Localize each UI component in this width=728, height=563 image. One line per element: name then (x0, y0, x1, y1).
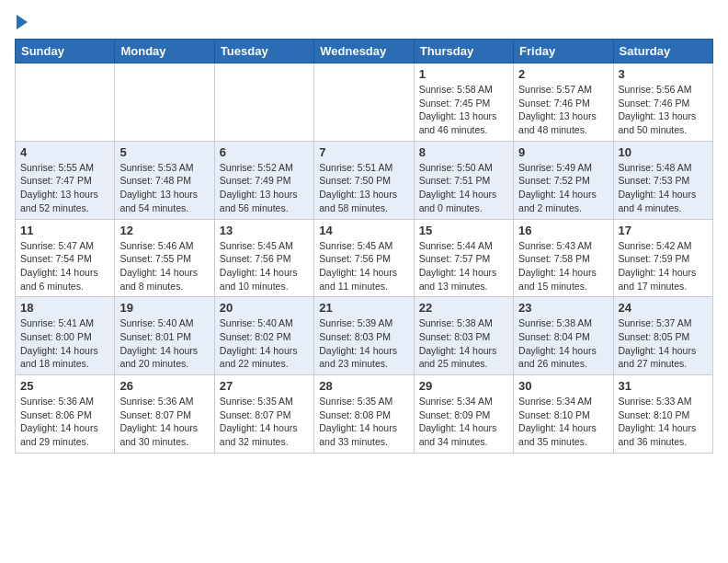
calendar-cell: 13Sunrise: 5:45 AM Sunset: 7:56 PM Dayli… (214, 219, 313, 297)
calendar-cell: 21Sunrise: 5:39 AM Sunset: 8:03 PM Dayli… (314, 297, 414, 375)
day-number: 13 (220, 224, 309, 237)
calendar-cell: 9Sunrise: 5:49 AM Sunset: 7:52 PM Daylig… (514, 141, 613, 219)
day-number: 31 (619, 379, 708, 393)
cell-content: Sunrise: 5:36 AM Sunset: 8:07 PM Dayligh… (119, 395, 209, 449)
calendar-cell: 23Sunrise: 5:38 AM Sunset: 8:04 PM Dayli… (514, 297, 613, 375)
calendar-week-row: 11Sunrise: 5:47 AM Sunset: 7:54 PM Dayli… (16, 219, 713, 297)
cell-content: Sunrise: 5:38 AM Sunset: 8:04 PM Dayligh… (518, 316, 608, 371)
cell-content: Sunrise: 5:34 AM Sunset: 8:09 PM Dayligh… (419, 395, 508, 449)
calendar-header-row: SundayMondayTuesdayWednesdayThursdayFrid… (16, 40, 713, 63)
cell-content: Sunrise: 5:55 AM Sunset: 7:47 PM Dayligh… (20, 161, 109, 215)
day-number: 1 (419, 67, 508, 81)
calendar-week-row: 4Sunrise: 5:55 AM Sunset: 7:47 PM Daylig… (16, 141, 713, 219)
day-number: 2 (518, 67, 608, 81)
cell-content: Sunrise: 5:48 AM Sunset: 7:53 PM Dayligh… (619, 161, 708, 215)
day-number: 20 (220, 301, 309, 315)
day-number: 18 (20, 301, 109, 315)
day-number: 14 (319, 224, 408, 237)
cell-content: Sunrise: 5:33 AM Sunset: 8:10 PM Dayligh… (619, 395, 708, 449)
day-number: 21 (319, 301, 408, 315)
calendar-cell (214, 63, 313, 142)
day-number: 8 (419, 145, 508, 159)
calendar-cell: 12Sunrise: 5:46 AM Sunset: 7:55 PM Dayli… (115, 219, 214, 297)
day-number: 24 (619, 301, 708, 315)
calendar-week-row: 18Sunrise: 5:41 AM Sunset: 8:00 PM Dayli… (16, 297, 713, 375)
page-header (15, 15, 713, 29)
day-number: 27 (220, 379, 309, 393)
cell-content: Sunrise: 5:51 AM Sunset: 7:50 PM Dayligh… (319, 161, 408, 215)
calendar-cell (314, 63, 414, 142)
day-number: 10 (619, 145, 708, 159)
day-number: 15 (419, 224, 508, 237)
logo (15, 15, 28, 29)
cell-content: Sunrise: 5:42 AM Sunset: 7:59 PM Dayligh… (619, 239, 708, 293)
calendar-cell: 11Sunrise: 5:47 AM Sunset: 7:54 PM Dayli… (16, 219, 115, 297)
cell-content: Sunrise: 5:35 AM Sunset: 8:07 PM Dayligh… (220, 395, 309, 449)
calendar-cell: 6Sunrise: 5:52 AM Sunset: 7:49 PM Daylig… (214, 141, 313, 219)
calendar-cell: 2Sunrise: 5:57 AM Sunset: 7:46 PM Daylig… (514, 63, 613, 142)
calendar-week-row: 25Sunrise: 5:36 AM Sunset: 8:06 PM Dayli… (16, 375, 713, 454)
cell-content: Sunrise: 5:45 AM Sunset: 7:56 PM Dayligh… (319, 239, 408, 293)
calendar-cell: 15Sunrise: 5:44 AM Sunset: 7:57 PM Dayli… (414, 219, 513, 297)
calendar-cell: 31Sunrise: 5:33 AM Sunset: 8:10 PM Dayli… (613, 375, 712, 454)
calendar-cell: 4Sunrise: 5:55 AM Sunset: 7:47 PM Daylig… (16, 141, 115, 219)
day-number: 7 (319, 145, 408, 159)
cell-content: Sunrise: 5:40 AM Sunset: 8:02 PM Dayligh… (220, 316, 309, 371)
calendar-cell: 5Sunrise: 5:53 AM Sunset: 7:48 PM Daylig… (115, 141, 214, 219)
cell-content: Sunrise: 5:52 AM Sunset: 7:49 PM Dayligh… (220, 161, 309, 215)
calendar-cell: 20Sunrise: 5:40 AM Sunset: 8:02 PM Dayli… (214, 297, 313, 375)
weekday-header: Thursday (414, 40, 513, 63)
calendar-cell: 28Sunrise: 5:35 AM Sunset: 8:08 PM Dayli… (314, 375, 414, 454)
cell-content: Sunrise: 5:47 AM Sunset: 7:54 PM Dayligh… (20, 239, 109, 293)
cell-content: Sunrise: 5:40 AM Sunset: 8:01 PM Dayligh… (119, 316, 209, 371)
calendar-cell: 26Sunrise: 5:36 AM Sunset: 8:07 PM Dayli… (115, 375, 214, 454)
day-number: 19 (119, 301, 209, 315)
weekday-header: Wednesday (314, 40, 414, 63)
calendar-cell: 7Sunrise: 5:51 AM Sunset: 7:50 PM Daylig… (314, 141, 414, 219)
weekday-header: Monday (115, 40, 214, 63)
day-number: 9 (518, 145, 608, 159)
day-number: 12 (119, 224, 209, 237)
calendar-cell: 14Sunrise: 5:45 AM Sunset: 7:56 PM Dayli… (314, 219, 414, 297)
calendar-cell: 17Sunrise: 5:42 AM Sunset: 7:59 PM Dayli… (613, 219, 712, 297)
cell-content: Sunrise: 5:43 AM Sunset: 7:58 PM Dayligh… (518, 239, 608, 293)
cell-content: Sunrise: 5:56 AM Sunset: 7:46 PM Dayligh… (619, 83, 708, 137)
cell-content: Sunrise: 5:35 AM Sunset: 8:08 PM Dayligh… (319, 395, 408, 449)
day-number: 17 (619, 224, 708, 237)
calendar-cell: 24Sunrise: 5:37 AM Sunset: 8:05 PM Dayli… (613, 297, 712, 375)
cell-content: Sunrise: 5:50 AM Sunset: 7:51 PM Dayligh… (419, 161, 508, 215)
cell-content: Sunrise: 5:41 AM Sunset: 8:00 PM Dayligh… (20, 316, 109, 371)
calendar-table: SundayMondayTuesdayWednesdayThursdayFrid… (15, 39, 713, 454)
cell-content: Sunrise: 5:37 AM Sunset: 8:05 PM Dayligh… (619, 316, 708, 371)
logo-arrow-icon (17, 15, 28, 29)
calendar-cell (115, 63, 214, 142)
calendar-cell (16, 63, 115, 142)
cell-content: Sunrise: 5:45 AM Sunset: 7:56 PM Dayligh… (220, 239, 309, 293)
weekday-header: Tuesday (214, 40, 313, 63)
day-number: 4 (20, 145, 109, 159)
calendar-cell: 19Sunrise: 5:40 AM Sunset: 8:01 PM Dayli… (115, 297, 214, 375)
day-number: 28 (319, 379, 408, 393)
day-number: 16 (518, 224, 608, 237)
cell-content: Sunrise: 5:34 AM Sunset: 8:10 PM Dayligh… (518, 395, 608, 449)
calendar-cell: 10Sunrise: 5:48 AM Sunset: 7:53 PM Dayli… (613, 141, 712, 219)
weekday-header: Friday (514, 40, 613, 63)
cell-content: Sunrise: 5:38 AM Sunset: 8:03 PM Dayligh… (419, 316, 508, 371)
cell-content: Sunrise: 5:58 AM Sunset: 7:45 PM Dayligh… (419, 83, 508, 137)
cell-content: Sunrise: 5:36 AM Sunset: 8:06 PM Dayligh… (20, 395, 109, 449)
cell-content: Sunrise: 5:53 AM Sunset: 7:48 PM Dayligh… (119, 161, 209, 215)
calendar-cell: 8Sunrise: 5:50 AM Sunset: 7:51 PM Daylig… (414, 141, 513, 219)
calendar-week-row: 1Sunrise: 5:58 AM Sunset: 7:45 PM Daylig… (16, 63, 713, 142)
day-number: 23 (518, 301, 608, 315)
calendar-cell: 22Sunrise: 5:38 AM Sunset: 8:03 PM Dayli… (414, 297, 513, 375)
cell-content: Sunrise: 5:44 AM Sunset: 7:57 PM Dayligh… (419, 239, 508, 293)
calendar-cell: 27Sunrise: 5:35 AM Sunset: 8:07 PM Dayli… (214, 375, 313, 454)
calendar-cell: 1Sunrise: 5:58 AM Sunset: 7:45 PM Daylig… (414, 63, 513, 142)
cell-content: Sunrise: 5:46 AM Sunset: 7:55 PM Dayligh… (119, 239, 209, 293)
cell-content: Sunrise: 5:49 AM Sunset: 7:52 PM Dayligh… (518, 161, 608, 215)
day-number: 22 (419, 301, 508, 315)
cell-content: Sunrise: 5:39 AM Sunset: 8:03 PM Dayligh… (319, 316, 408, 371)
day-number: 30 (518, 379, 608, 393)
calendar-cell: 3Sunrise: 5:56 AM Sunset: 7:46 PM Daylig… (613, 63, 712, 142)
day-number: 5 (119, 145, 209, 159)
